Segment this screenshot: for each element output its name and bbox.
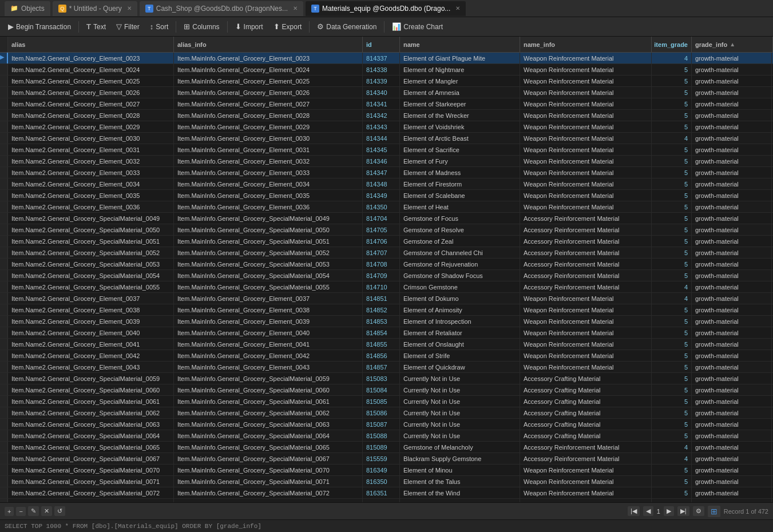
begin-transaction-button[interactable]: ▶ Begin Transaction <box>3 20 76 33</box>
columns-button[interactable]: ⊞ Columns <box>179 20 224 33</box>
table-row[interactable]: Item.Name2.General_Grocery_Element_0037I… <box>0 293 773 304</box>
table-row[interactable]: Item.Name2.General_Grocery_Element_0030I… <box>0 133 773 144</box>
table-row[interactable]: Item.Name2.General_Grocery_Element_0043I… <box>0 362 773 373</box>
table-row[interactable]: Item.Name2.General_Grocery_SpecialMateri… <box>0 430 773 442</box>
table-row[interactable]: Item.Name2.General_Grocery_Element_0035I… <box>0 190 773 201</box>
grid-view-button[interactable]: ⊞ <box>708 506 720 517</box>
table-cell: Item.MainInfo.General_Grocery_SpecialMat… <box>174 236 363 247</box>
table-row[interactable]: Item.Name2.General_Grocery_SpecialMateri… <box>0 373 773 384</box>
table-row[interactable]: Item.Name2.General_Grocery_SpecialMateri… <box>0 224 773 236</box>
close-tab-3-icon[interactable]: ✕ <box>455 5 460 11</box>
data-generation-button[interactable]: ⚙ Data Generation <box>312 20 381 33</box>
table-row[interactable]: Item.Name2.General_Grocery_Element_0031I… <box>0 144 773 156</box>
table-row[interactable]: Item.Name2.General_Grocery_SpecialMateri… <box>0 476 773 487</box>
col-header-item-grade[interactable]: item_grade <box>652 37 692 52</box>
table-row[interactable]: ▶Item.Name2.General_Grocery_Element_0023… <box>0 53 773 64</box>
table-row[interactable]: Item.Name2.General_Grocery_SpecialMateri… <box>0 270 773 281</box>
refresh-button[interactable]: ↺ <box>54 506 65 516</box>
col-name-info-label: name_info <box>524 41 555 48</box>
settings-button[interactable]: ⚙ <box>693 506 704 516</box>
table-cell: Accessory Crafting Material <box>520 419 652 430</box>
tab-untitled-query[interactable]: Q * Untitled - Query ✕ <box>53 1 137 16</box>
table-row[interactable]: Item.Name2.General_Grocery_SpecialMateri… <box>0 247 773 259</box>
delete-row-button[interactable]: − <box>16 507 25 516</box>
status-left: + − ✎ ✕ ↺ <box>5 506 65 516</box>
col-header-name-info[interactable]: name_info <box>520 37 652 52</box>
text-button[interactable]: T Text <box>82 20 110 33</box>
create-chart-button[interactable]: 📊 Create Chart <box>387 20 447 33</box>
tab-materials-equip[interactable]: T Materials_equip @GoodsDb.dbo (Drago...… <box>306 1 466 16</box>
col-header-name[interactable]: name <box>400 37 520 52</box>
edit-cell-button[interactable]: ✎ <box>28 506 39 516</box>
close-tab-2-icon[interactable]: ✕ <box>293 5 298 11</box>
next-page-button[interactable]: ▶ <box>664 506 674 516</box>
sort-button[interactable]: ↕ Sort <box>145 20 173 33</box>
tab-objects[interactable]: 📁 Objects <box>5 1 50 16</box>
table-row[interactable]: Item.Name2.General_Grocery_Element_0026I… <box>0 87 773 98</box>
table-cell: Item.Name2.General_Grocery_Element_0034 <box>8 178 174 189</box>
table-cell: Item.Name2.General_Grocery_SpecialMateri… <box>8 281 174 292</box>
col-header-grade-info[interactable]: grade_info ▲ <box>692 37 773 52</box>
table-cell: growth-material <box>692 270 772 281</box>
table-cell: 814337 <box>363 53 400 63</box>
tab-cash-shop[interactable]: T Cash_Shop @GoodsDb.dbo (DragonNes... ✕ <box>140 1 303 16</box>
prev-page-button[interactable]: ◀ <box>643 506 653 516</box>
table-cell: Item.MainInfo.General_Grocery_Element_00… <box>174 87 363 98</box>
row-number <box>0 327 8 338</box>
export-button[interactable]: ⬆ Export <box>269 20 307 33</box>
row-number <box>0 316 8 327</box>
table-cell: 814339 <box>363 76 400 86</box>
row-number <box>0 270 8 281</box>
row-number <box>0 87 8 98</box>
table-cell: 5 <box>652 64 692 75</box>
table-cell: 814340 <box>363 87 400 98</box>
table-row[interactable]: Item.Name2.General_Grocery_Element_0028I… <box>0 110 773 121</box>
table-row[interactable]: Item.Name2.General_Grocery_SpecialMateri… <box>0 236 773 247</box>
table-row[interactable]: Item.Name2.General_Grocery_Element_0032I… <box>0 156 773 167</box>
table-cell: growth-material <box>692 362 772 372</box>
table-row[interactable]: Item.Name2.General_Grocery_Element_0042I… <box>0 350 773 362</box>
table-row[interactable]: Item.Name2.General_Grocery_Element_0034I… <box>0 178 773 190</box>
table-row[interactable]: Item.Name2.General_Grocery_SpecialMateri… <box>0 419 773 430</box>
table-row[interactable]: Item.Name2.General_Grocery_Element_0038I… <box>0 304 773 316</box>
table-cell: Item.MainInfo.General_Grocery_Element_00… <box>174 350 363 361</box>
table-row[interactable]: Item.Name2.General_Grocery_Element_0029I… <box>0 121 773 133</box>
col-header-alias-info[interactable]: alias_info <box>174 37 363 52</box>
col-header-id[interactable]: id <box>363 37 400 52</box>
table-row[interactable]: Item.Name2.General_Grocery_Element_0024I… <box>0 64 773 76</box>
table-row[interactable]: Item.Name2.General_Grocery_SpecialMateri… <box>0 499 773 502</box>
table-row[interactable]: Item.Name2.General_Grocery_SpecialMateri… <box>0 442 773 453</box>
status-right: |◀ ◀ 1 ▶ ▶| ⚙ ⊞ Record 1 of 472 <box>628 506 768 517</box>
table-row[interactable]: Item.Name2.General_Grocery_SpecialMateri… <box>0 259 773 270</box>
row-number <box>0 453 8 464</box>
table-row[interactable]: Item.Name2.General_Grocery_Element_0033I… <box>0 167 773 178</box>
table-row[interactable]: Item.Name2.General_Grocery_SpecialMateri… <box>0 213 773 224</box>
cancel-edit-button[interactable]: ✕ <box>41 506 52 516</box>
table-row[interactable]: Item.Name2.General_Grocery_SpecialMateri… <box>0 396 773 407</box>
table-row[interactable]: Item.Name2.General_Grocery_Element_0025I… <box>0 76 773 87</box>
close-tab-icon[interactable]: ✕ <box>127 5 132 11</box>
table-cell: Item.MainInfo.General_Grocery_Element_00… <box>174 316 363 327</box>
table-row[interactable]: Item.Name2.General_Grocery_Element_0039I… <box>0 316 773 327</box>
table-row[interactable]: Item.Name2.General_Grocery_Element_0041I… <box>0 339 773 350</box>
table-row[interactable]: Item.Name2.General_Grocery_Element_0040I… <box>0 327 773 339</box>
last-page-button[interactable]: ▶| <box>677 506 689 516</box>
col-grade-info-label: grade_info <box>695 41 727 48</box>
table-row[interactable]: Item.Name2.General_Grocery_SpecialMateri… <box>0 384 773 396</box>
import-button[interactable]: ⬇ Import <box>231 20 268 33</box>
table-row[interactable]: Item.Name2.General_Grocery_SpecialMateri… <box>0 453 773 464</box>
grid-container[interactable]: ▶Item.Name2.General_Grocery_Element_0023… <box>0 53 773 502</box>
add-row-button[interactable]: + <box>5 507 14 516</box>
col-header-alias[interactable]: alias <box>8 37 174 52</box>
table-row[interactable]: Item.Name2.General_Grocery_Element_0027I… <box>0 98 773 110</box>
table-row[interactable]: Item.Name2.General_Grocery_SpecialMateri… <box>0 487 773 499</box>
table-row[interactable]: Item.Name2.General_Grocery_SpecialMateri… <box>0 281 773 293</box>
table-row[interactable]: Item.Name2.General_Grocery_SpecialMateri… <box>0 407 773 419</box>
table-cell: Element of Mangler <box>400 76 520 86</box>
table-cell: 5 <box>652 247 692 258</box>
filter-button[interactable]: ▽ Filter <box>112 20 144 33</box>
first-page-button[interactable]: |◀ <box>628 506 640 516</box>
table-row[interactable]: Item.Name2.General_Grocery_SpecialMateri… <box>0 464 773 476</box>
table-cell: Weapon Reinforcement Material <box>520 304 652 315</box>
table-row[interactable]: Item.Name2.General_Grocery_Element_0036I… <box>0 201 773 213</box>
